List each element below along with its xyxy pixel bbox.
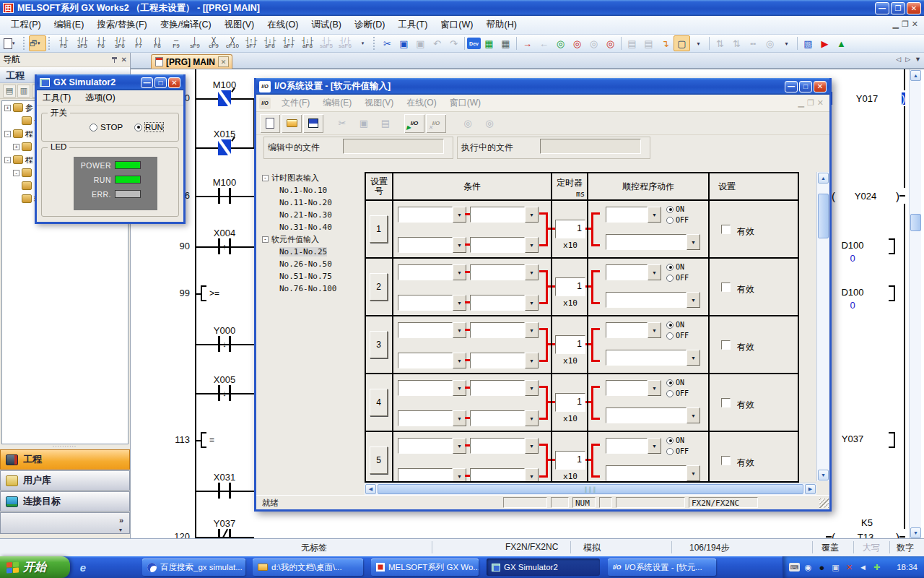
ladder-symbol-button[interactable]: ╳cF9 — [204, 35, 223, 52]
nav-button-user-library[interactable]: 用户库 — [0, 470, 130, 491]
toolbar-icon[interactable]: ⇅ — [728, 35, 745, 51]
action-program-combo[interactable]: ▼ — [606, 407, 700, 423]
on-radio[interactable]: ON — [666, 205, 684, 213]
toolbar-icon[interactable]: ╍ — [745, 35, 762, 51]
setting-no-cell[interactable]: 1 — [370, 215, 388, 243]
tree-expand-icon[interactable]: - — [13, 170, 19, 176]
tree-group-device-value[interactable]: - 软元件值输入 — [262, 233, 362, 246]
toolbar-icon[interactable]: ↷ — [445, 35, 462, 51]
off-radio[interactable]: OFF — [666, 332, 689, 340]
menu-item[interactable]: 工具(T) — [41, 90, 72, 105]
menu-item[interactable]: 工程(P) — [4, 17, 48, 33]
ladder-symbol-button[interactable]: ┤↑├sF7 — [242, 35, 261, 52]
condition-device-combo[interactable]: ▼ — [398, 353, 466, 368]
save-file-button[interactable] — [303, 114, 323, 133]
toolbar-icon[interactable]: ⇅ — [712, 35, 728, 51]
menu-item[interactable]: 调试(B) — [305, 17, 348, 33]
io-stop-button[interactable]: I/O✕ — [426, 114, 446, 133]
mdi-restore-icon[interactable]: ❐ — [807, 98, 814, 108]
toolbar-icon[interactable]: ▦ — [481, 35, 497, 51]
keyboard-icon[interactable]: ⌨ — [789, 563, 800, 571]
tab-list-icon[interactable]: ▼ — [915, 56, 921, 63]
toolbar-icon[interactable]: ▶ — [816, 35, 833, 51]
toolbar-icon[interactable]: ◎ — [762, 35, 778, 51]
toolbar-icon[interactable]: ↶ — [429, 35, 445, 51]
contact-x015-selected[interactable] — [218, 139, 231, 155]
volume-icon[interactable]: ◄ — [858, 562, 868, 573]
toolbar-icon[interactable] — [797, 37, 798, 50]
on-radio[interactable]: ON — [666, 263, 684, 271]
ladder-symbol-button[interactable]: ┤├saF5 — [317, 35, 336, 52]
menu-item[interactable]: 视图(V) — [358, 95, 400, 111]
toolbar-icon[interactable]: ▤ — [624, 35, 640, 51]
main-titlebar[interactable]: 田 MELSOFT系列 GX Works2 （工程未设置） - [[PRG] M… — [0, 0, 924, 16]
ladder-symbol-button[interactable]: { }F8 — [148, 35, 167, 52]
restore-button[interactable]: ❐ — [891, 2, 905, 14]
table-hscrollbar[interactable]: ◀ ║║║ ▶ — [365, 483, 816, 495]
toolbar-icon[interactable]: ▧ — [800, 35, 816, 51]
taskbar-item-baidu[interactable]: 百度搜索_gx simulat... — [142, 558, 245, 576]
action-device-combo[interactable]: ▼ — [606, 438, 661, 454]
open-file-button[interactable] — [282, 114, 302, 133]
tab-close-icon[interactable]: ✕ — [218, 56, 229, 67]
table-vscrollbar[interactable]: ▲ ▼ — [816, 172, 829, 481]
menu-item[interactable]: 帮助(H) — [479, 17, 523, 33]
menu-item[interactable]: 变换/编译(C) — [154, 17, 218, 33]
network-icon[interactable]: ▣ — [830, 562, 841, 573]
condition-device-combo[interactable]: ▼ — [398, 295, 466, 311]
valid-checkbox[interactable] — [721, 282, 731, 292]
setting-no-cell[interactable]: 5 — [370, 447, 388, 474]
ladder-symbol-button[interactable]: ┤/├saF6 — [336, 35, 354, 52]
ladder-symbol-button[interactable]: ┤↑├aF7 — [279, 35, 298, 52]
tree-item[interactable]: No.1-No.10 — [262, 184, 362, 197]
condition-value-combo[interactable]: ▼ — [470, 295, 539, 311]
tab-scroll-left-icon[interactable]: ◁ — [896, 56, 901, 63]
condition-value-combo[interactable]: ▼ — [470, 438, 539, 454]
menu-item[interactable]: 搜索/替换(F) — [90, 17, 153, 33]
action-program-combo[interactable]: ▼ — [606, 350, 700, 366]
action-program-combo[interactable]: ▼ — [606, 234, 700, 250]
mdi-close-icon[interactable]: ✕ — [912, 20, 918, 29]
mdi-restore-icon[interactable]: ❐ — [902, 20, 909, 29]
mdi-minimize-icon[interactable]: ▁ — [798, 98, 803, 108]
scroll-thumb[interactable] — [818, 194, 829, 238]
toolbar-icon[interactable]: ↴ — [657, 35, 674, 51]
nav-tool-icon[interactable]: ▥ — [17, 85, 30, 98]
off-radio[interactable]: OFF — [666, 389, 689, 397]
toolbar-icon[interactable]: ◎ — [602, 35, 619, 51]
scroll-down-icon[interactable]: ▼ — [910, 527, 921, 538]
cut-button[interactable]: ✂ — [332, 114, 352, 133]
compare-op[interactable]: >= — [201, 285, 219, 301]
valid-checkbox[interactable] — [721, 225, 731, 234]
ladder-symbol-button[interactable]: ┤↓├sF8 — [261, 35, 279, 52]
valid-checkbox[interactable] — [721, 340, 731, 350]
executing-file-field[interactable] — [540, 139, 641, 154]
pin-icon[interactable] — [111, 56, 118, 64]
setting-no-cell[interactable]: 3 — [370, 331, 388, 358]
ladder-symbol-button[interactable]: ┤↓├aF8 — [298, 35, 317, 52]
action-program-combo[interactable]: ▼ — [606, 292, 700, 308]
timer-value-field[interactable]: 1 — [555, 393, 585, 412]
tree-item[interactable]: No.21-No.30 — [262, 209, 362, 221]
maximize-button[interactable]: □ — [154, 77, 167, 88]
taskbar-item-iosetting[interactable]: I/O I/O系统设置 - [软元... — [608, 558, 716, 576]
toolbar-icon[interactable]: ▣ — [396, 35, 412, 51]
scroll-down-icon[interactable]: ▼ — [818, 470, 829, 480]
condition-value-combo[interactable]: ▼ — [470, 264, 539, 280]
menu-item[interactable]: 选项(O) — [84, 90, 116, 105]
compare-op[interactable]: = — [201, 432, 214, 448]
condition-device-combo[interactable]: ▼ — [398, 207, 466, 223]
timer-value-field[interactable]: 1 — [555, 220, 585, 238]
start-button[interactable]: 开始 — [0, 556, 70, 578]
ladder-symbol-button[interactable]: │sF9 — [186, 35, 204, 52]
toolbar-icon[interactable] — [709, 37, 710, 50]
scroll-thumb[interactable]: ║║║ — [378, 484, 803, 494]
project-tree-button[interactable]: 🗗▾ — [29, 35, 46, 51]
taskbar-item-folder[interactable]: d:\我的文档\桌面\... — [253, 558, 363, 576]
on-radio[interactable]: ON — [666, 379, 684, 387]
action-device-combo[interactable]: ▼ — [606, 322, 661, 338]
toolbar-icon[interactable]: ← — [536, 35, 552, 51]
scroll-left-icon[interactable]: ◀ — [365, 484, 376, 494]
condition-device-combo[interactable]: ▼ — [398, 438, 466, 454]
taskbar-item-gxworks[interactable]: MELSOFT系列 GX Wo... — [371, 558, 479, 576]
